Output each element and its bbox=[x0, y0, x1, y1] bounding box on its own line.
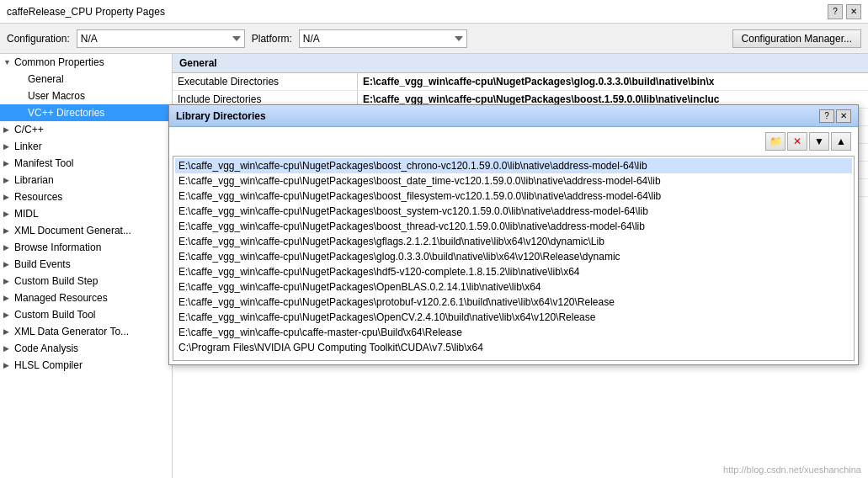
tree-item-xml-data-gen[interactable]: ▶XML Data Generator To... bbox=[0, 323, 172, 340]
folder-button[interactable]: 📁 bbox=[765, 132, 785, 151]
xml-data-gen-label: XML Data Generator To... bbox=[14, 326, 129, 337]
midl-label: MIDL bbox=[14, 208, 39, 220]
left-panel: ▼Common PropertiesGeneralUser MacrosVC++… bbox=[0, 54, 173, 478]
properties-header: General bbox=[173, 54, 868, 73]
manifest-tool-expand-icon: ▶ bbox=[3, 159, 12, 167]
library-directories-dialog: Library Directories ? ✕ 📁 ✕ ▼ ▲ E:\caffe… bbox=[168, 104, 859, 365]
resources-label: Resources bbox=[14, 191, 62, 203]
hlsl-compiler-expand-icon: ▶ bbox=[3, 361, 12, 369]
question-button[interactable]: ? bbox=[828, 4, 843, 19]
popup-list-item[interactable]: E:\caffe_vgg_win\caffe-cpu\NugetPackages… bbox=[175, 158, 852, 173]
librarian-expand-icon: ▶ bbox=[3, 176, 12, 184]
custom-build-step-expand-icon: ▶ bbox=[3, 277, 12, 285]
move-up-button[interactable]: ▲ bbox=[831, 132, 851, 151]
move-down-button[interactable]: ▼ bbox=[809, 132, 829, 151]
prop-value: E:\caffe_vgg_win\caffe-cpu\NugetPackages… bbox=[358, 73, 868, 90]
tree-item-browse-info[interactable]: ▶Browse Information bbox=[0, 239, 172, 256]
configuration-manager-button[interactable]: Configuration Manager... bbox=[732, 29, 861, 48]
linker-expand-icon: ▶ bbox=[3, 142, 12, 151]
platform-label: Platform: bbox=[252, 33, 292, 45]
managed-resources-label: Managed Resources bbox=[14, 292, 108, 304]
c-cpp-label: C/C++ bbox=[14, 124, 44, 135]
browse-info-expand-icon: ▶ bbox=[3, 243, 12, 252]
tree-item-build-events[interactable]: ▶Build Events bbox=[0, 256, 172, 273]
popup-list-item[interactable]: E:\caffe_vgg_win\caffe-cpu\NugetPackages… bbox=[175, 249, 852, 264]
tree-container: ▼Common PropertiesGeneralUser MacrosVC++… bbox=[0, 54, 172, 374]
linker-label: Linker bbox=[14, 141, 42, 152]
common-properties-expand-icon: ▼ bbox=[3, 58, 12, 66]
tree-item-c-cpp[interactable]: ▶C/C++ bbox=[0, 121, 172, 138]
prop-row[interactable]: Executable DirectoriesE:\caffe_vgg_win\c… bbox=[173, 73, 868, 91]
user-macros-label: User Macros bbox=[28, 90, 85, 102]
browse-info-label: Browse Information bbox=[14, 242, 101, 253]
general-label: General bbox=[28, 73, 64, 85]
hlsl-compiler-label: HLSL Compiler bbox=[14, 359, 83, 371]
tree-item-resources[interactable]: ▶Resources bbox=[0, 189, 172, 205]
xml-data-gen-expand-icon: ▶ bbox=[3, 327, 12, 336]
tree-item-hlsl-compiler[interactable]: ▶HLSL Compiler bbox=[0, 357, 172, 374]
popup-list-item[interactable]: E:\caffe_vgg_win\caffe-cpu\NugetPackages… bbox=[175, 219, 852, 234]
popup-body: 📁 ✕ ▼ ▲ E:\caffe_vgg_win\caffe-cpu\Nuget… bbox=[169, 127, 858, 364]
tree-item-vc-directories[interactable]: VC++ Directories bbox=[0, 104, 172, 121]
tree-item-code-analysis[interactable]: ▶Code Analysis bbox=[0, 340, 172, 357]
popup-list-item[interactable]: E:\caffe_vgg_win\caffe-cpu\caffe-master-… bbox=[175, 325, 852, 340]
popup-list: E:\caffe_vgg_win\caffe-cpu\NugetPackages… bbox=[173, 156, 855, 361]
popup-list-item[interactable]: E:\caffe_vgg_win\caffe-cpu\NugetPackages… bbox=[175, 295, 852, 310]
config-label: Configuration: bbox=[7, 33, 70, 45]
c-cpp-expand-icon: ▶ bbox=[3, 125, 12, 134]
popup-controls: ? ✕ bbox=[819, 109, 851, 123]
midl-expand-icon: ▶ bbox=[3, 210, 12, 218]
xml-doc-expand-icon: ▶ bbox=[3, 226, 12, 235]
common-properties-label: Common Properties bbox=[14, 56, 104, 68]
tree-item-common-properties[interactable]: ▼Common Properties bbox=[0, 54, 172, 71]
watermark: http://blog.csdn.net/xueshanchina bbox=[723, 465, 861, 475]
popup-title-bar: Library Directories ? ✕ bbox=[169, 105, 858, 127]
popup-question-button[interactable]: ? bbox=[819, 109, 834, 123]
tree-item-manifest-tool[interactable]: ▶Manifest Tool bbox=[0, 155, 172, 172]
librarian-label: Librarian bbox=[14, 174, 54, 186]
popup-toolbar: 📁 ✕ ▼ ▲ bbox=[173, 130, 855, 152]
popup-list-item[interactable]: E:\caffe_vgg_win\caffe-cpu\NugetPackages… bbox=[175, 234, 852, 249]
prop-name: Executable Directories bbox=[173, 73, 358, 90]
popup-title: Library Directories bbox=[176, 110, 266, 122]
popup-list-item[interactable]: E:\caffe_vgg_win\caffe-cpu\NugetPackages… bbox=[175, 189, 852, 204]
tree-item-general[interactable]: General bbox=[0, 71, 172, 88]
code-analysis-label: Code Analysis bbox=[14, 343, 78, 354]
popup-list-item[interactable]: E:\caffe_vgg_win\caffe-cpu\NugetPackages… bbox=[175, 204, 852, 219]
vc-directories-label: VC++ Directories bbox=[28, 107, 104, 119]
resources-expand-icon: ▶ bbox=[3, 193, 12, 201]
build-events-expand-icon: ▶ bbox=[3, 260, 12, 268]
popup-close-button[interactable]: ✕ bbox=[836, 109, 851, 123]
title-bar-controls: ? ✕ bbox=[828, 4, 861, 19]
popup-list-item[interactable]: E:\caffe_vgg_win\caffe-cpu\NugetPackages… bbox=[175, 173, 852, 189]
tree-item-midl[interactable]: ▶MIDL bbox=[0, 205, 172, 222]
window-title: caffeRelease_CPU Property Pages bbox=[7, 6, 165, 18]
delete-button[interactable]: ✕ bbox=[787, 132, 807, 151]
config-bar: Configuration: N/A Platform: N/A Configu… bbox=[0, 24, 868, 54]
custom-build-tool-expand-icon: ▶ bbox=[3, 311, 12, 319]
popup-list-item[interactable]: E:\caffe_vgg_win\caffe-cpu\NugetPackages… bbox=[175, 279, 852, 295]
tree-item-managed-resources[interactable]: ▶Managed Resources bbox=[0, 289, 172, 306]
build-events-label: Build Events bbox=[14, 258, 71, 270]
main-layout: ▼Common PropertiesGeneralUser MacrosVC++… bbox=[0, 54, 868, 478]
tree-item-custom-build-step[interactable]: ▶Custom Build Step bbox=[0, 273, 172, 289]
close-button[interactable]: ✕ bbox=[846, 4, 861, 19]
tree-item-linker[interactable]: ▶Linker bbox=[0, 138, 172, 155]
manifest-tool-label: Manifest Tool bbox=[14, 157, 73, 169]
xml-doc-label: XML Document Generat... bbox=[14, 225, 131, 236]
title-bar: caffeRelease_CPU Property Pages ? ✕ bbox=[0, 0, 868, 24]
custom-build-step-label: Custom Build Step bbox=[14, 275, 98, 287]
popup-list-item[interactable]: E:\caffe_vgg_win\caffe-cpu\NugetPackages… bbox=[175, 310, 852, 325]
custom-build-tool-label: Custom Build Tool bbox=[14, 309, 96, 321]
tree-item-xml-doc[interactable]: ▶XML Document Generat... bbox=[0, 222, 172, 239]
platform-select[interactable]: N/A bbox=[299, 29, 467, 48]
popup-list-item[interactable]: E:\caffe_vgg_win\caffe-cpu\NugetPackages… bbox=[175, 264, 852, 279]
code-analysis-expand-icon: ▶ bbox=[3, 344, 12, 353]
configuration-select[interactable]: N/A bbox=[77, 29, 245, 48]
popup-list-item[interactable]: C:\Program Files\NVIDIA GPU Computing To… bbox=[175, 340, 852, 355]
tree-item-librarian[interactable]: ▶Librarian bbox=[0, 172, 172, 189]
managed-resources-expand-icon: ▶ bbox=[3, 294, 12, 302]
tree-item-user-macros[interactable]: User Macros bbox=[0, 88, 172, 104]
tree-item-custom-build-tool[interactable]: ▶Custom Build Tool bbox=[0, 306, 172, 323]
